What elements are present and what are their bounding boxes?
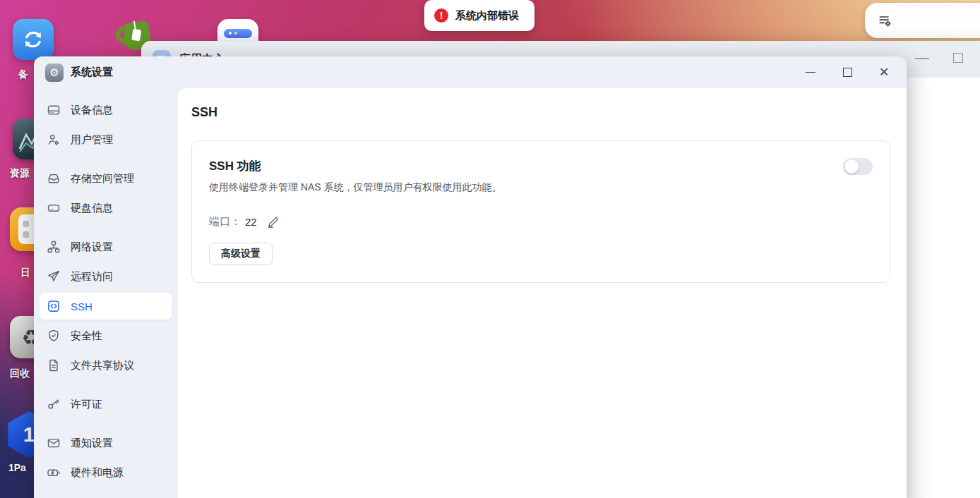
ssh-card-title: SSH 功能: [209, 158, 873, 174]
page-title: SSH: [191, 105, 890, 120]
calendar-label: 日: [20, 267, 30, 279]
sidebar-item-file-sharing[interactable]: 文件共享协议: [40, 352, 172, 379]
advanced-settings-button[interactable]: 高级设置: [209, 243, 273, 265]
sidebar-item-label: 硬件和电源: [71, 466, 124, 480]
sidebar-item-disk-info[interactable]: 硬盘信息: [40, 195, 172, 221]
backup-app-label: 备: [18, 68, 28, 81]
one-panel-label: 1Pa: [8, 462, 26, 473]
sidebar-item-label: 远程访问: [71, 270, 113, 284]
settings-gear-icon: ⚙: [45, 63, 64, 82]
sidebar-item-label: 网络设置: [71, 241, 113, 254]
storage-inbox-icon: [47, 171, 61, 186]
sync-arrows-icon: [21, 28, 45, 51]
ssh-card-description: 使用终端登录并管理 NAS 系统，仅管理员用户有权限使用此功能。: [209, 181, 873, 194]
sidebar-item-label: 许可证: [71, 398, 102, 411]
error-icon: !: [434, 8, 448, 23]
minimize-icon[interactable]: [805, 67, 816, 78]
network-icon: [47, 240, 61, 254]
system-settings-window: ⚙ 系统设置 ✕ 设备信息: [34, 56, 907, 498]
sidebar-item-label: 设备信息: [71, 104, 113, 117]
sidebar-item-notifications[interactable]: 通知设置: [40, 430, 172, 456]
user-gear-icon: [47, 133, 61, 147]
port-row: 端口： 22: [209, 215, 873, 229]
settings-titlebar[interactable]: ⚙ 系统设置 ✕: [34, 56, 907, 88]
sidebar-item-license[interactable]: 许可证: [40, 391, 172, 418]
ssh-toggle[interactable]: [843, 158, 873, 175]
sidebar-item-ssh[interactable]: SSH: [40, 293, 172, 320]
shield-check-icon: [47, 329, 61, 343]
sidebar-item-device-info[interactable]: 设备信息: [40, 97, 172, 123]
edit-pencil-icon[interactable]: [267, 216, 280, 229]
settings-content: SSH SSH 功能 使用终端登录并管理 NAS 系统，仅管理员用户有权限使用此…: [178, 88, 907, 498]
sidebar-item-storage-management[interactable]: 存储空间管理: [40, 165, 172, 192]
port-value: 22: [245, 216, 257, 228]
sidebar-item-network-settings[interactable]: 网络设置: [40, 233, 172, 260]
document-icon: [47, 358, 61, 372]
battery-bolt-icon: [47, 466, 61, 480]
sidebar-item-label: 硬盘信息: [71, 202, 113, 215]
sidebar-item-label: 存储空间管理: [71, 172, 134, 186]
hard-disk-icon: [47, 201, 61, 215]
one-panel-logo: 1: [23, 423, 35, 447]
ssh-code-icon: [47, 299, 61, 313]
close-icon[interactable]: ✕: [878, 67, 890, 78]
sidebar-item-remote-access[interactable]: 远程访问: [40, 263, 172, 290]
toggle-knob: [844, 159, 859, 174]
envelope-icon: [47, 436, 61, 450]
paper-plane-icon: [47, 269, 61, 284]
settings-sidebar: 设备信息 用户管理: [34, 88, 178, 498]
sidebar-item-label: 通知设置: [71, 437, 113, 450]
recycle-bin-label: 回收: [10, 368, 30, 380]
sidebar-item-hardware-power[interactable]: 硬件和电源: [40, 459, 172, 486]
sidebar-item-label: 文件共享协议: [71, 359, 134, 372]
server-rack-row: [224, 29, 252, 38]
resource-monitor-label: 资源: [10, 167, 30, 180]
sidebar-item-label: 用户管理: [71, 133, 113, 147]
sidebar-item-label: 安全性: [71, 329, 102, 343]
settings-window-title: 系统设置: [71, 66, 113, 79]
maximize-icon[interactable]: [953, 53, 963, 63]
ssh-feature-card: SSH 功能 使用终端登录并管理 NAS 系统，仅管理员用户有权限使用此功能。 …: [191, 140, 890, 283]
backup-app-icon[interactable]: [13, 19, 54, 60]
sidebar-item-label: SSH: [71, 300, 92, 312]
sidebar-item-security[interactable]: 安全性: [40, 322, 172, 349]
error-toast: ! 系统内部错误: [424, 0, 534, 31]
key-icon: [47, 397, 61, 411]
error-toast-text: 系统内部错误: [455, 9, 519, 23]
desktop-widget-bar[interactable]: [865, 3, 980, 38]
list-settings-icon[interactable]: [878, 13, 892, 28]
sidebar-item-user-management[interactable]: 用户管理: [40, 126, 172, 153]
maximize-icon[interactable]: [842, 67, 853, 78]
port-label: 端口：: [209, 215, 241, 229]
device-icon: [47, 103, 61, 117]
minimize-icon[interactable]: [915, 58, 929, 59]
